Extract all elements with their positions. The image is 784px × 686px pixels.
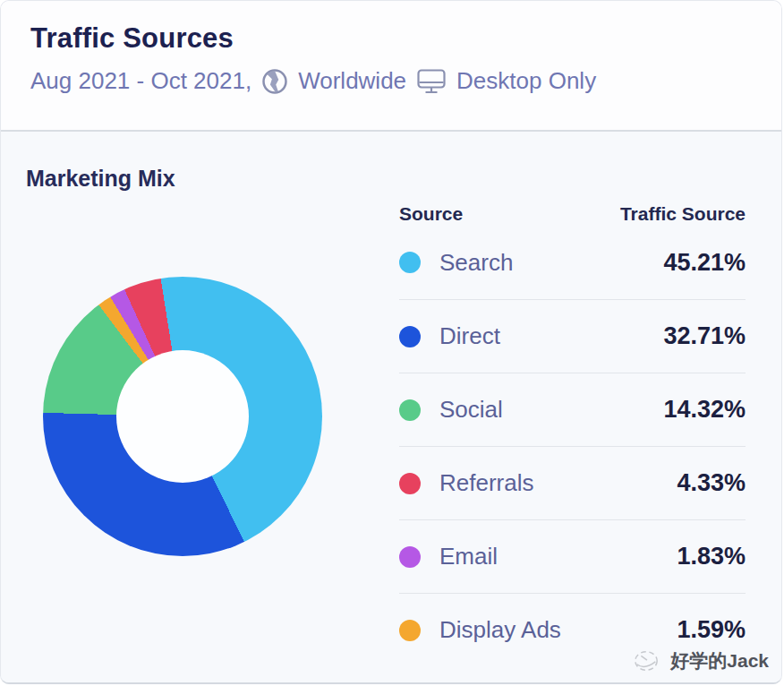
table-header: Source Traffic Source [399, 196, 746, 225]
traffic-source-table: Source Traffic Source Search 45.21% Dire… [399, 196, 746, 666]
legend-dot-display-ads [399, 620, 421, 641]
page-title: Traffic Sources [30, 22, 781, 55]
donut-hole [116, 350, 249, 483]
report-scope-subtitle: Aug 2021 - Oct 2021, Worldwide Desktop O… [30, 67, 781, 95]
table-row-direct: Direct 32.71% [399, 299, 746, 373]
row-label: Email [439, 543, 498, 570]
legend-dot-direct [399, 326, 421, 347]
table-row-social: Social 14.32% [399, 373, 746, 446]
sketch-globe-icon [629, 647, 663, 674]
watermark: 好学的Jack [629, 647, 769, 674]
desktop-monitor-icon [416, 68, 447, 95]
row-label: Social [439, 396, 503, 424]
donut-chart[interactable] [43, 277, 322, 556]
row-label: Search [439, 249, 513, 277]
device-label: Desktop Only [456, 67, 596, 95]
column-header-traffic-source: Traffic Source [620, 203, 746, 225]
legend-dot-search [399, 252, 421, 273]
marketing-mix-section: Marketing Mix Source Traffic Source Sear… [1, 132, 781, 683]
globe-icon [261, 68, 288, 95]
panel-header: Traffic Sources Aug 2021 - Oct 2021, Wor… [1, 1, 781, 132]
row-label: Referrals [439, 469, 533, 497]
row-label: Display Ads [439, 616, 561, 644]
table-row-search: Search 45.21% [399, 226, 746, 299]
region-label: Worldwide [298, 67, 406, 95]
row-value: 1.59% [677, 616, 746, 644]
section-title: Marketing Mix [26, 166, 175, 192]
legend-dot-referrals [399, 473, 421, 494]
legend-dot-email [399, 546, 421, 568]
row-value: 14.32% [663, 396, 746, 424]
watermark-text: 好学的Jack [670, 648, 769, 673]
row-label: Direct [439, 322, 500, 350]
traffic-sources-panel: Traffic Sources Aug 2021 - Oct 2021, Wor… [0, 0, 782, 684]
row-value: 4.33% [677, 469, 746, 497]
row-value: 1.83% [677, 543, 746, 570]
table-row-email: Email 1.83% [399, 519, 746, 593]
row-value: 32.71% [663, 322, 746, 350]
column-header-source: Source [399, 203, 463, 225]
table-rows: Search 45.21% Direct 32.71% Social 14.32… [399, 226, 746, 666]
row-value: 45.21% [663, 249, 746, 277]
date-range-label: Aug 2021 - Oct 2021, [30, 67, 251, 95]
table-row-referrals: Referrals 4.33% [399, 446, 746, 519]
legend-dot-social [399, 399, 421, 421]
